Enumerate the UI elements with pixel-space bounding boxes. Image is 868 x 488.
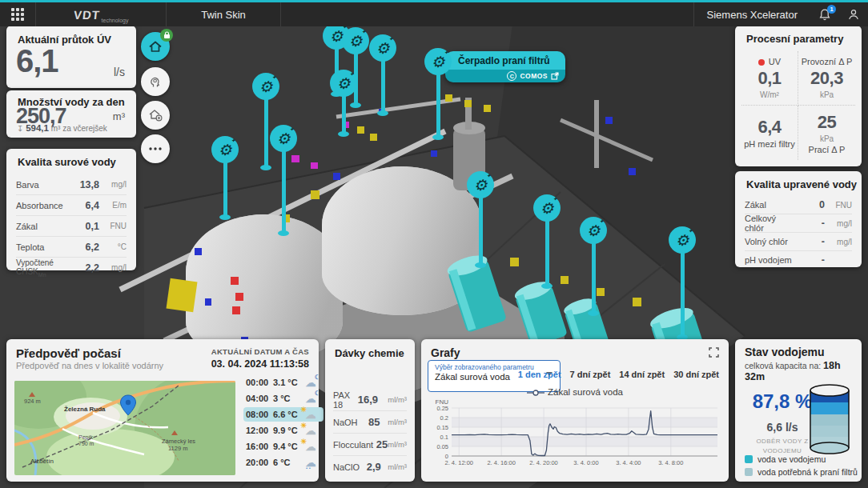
- uv-cell: UV 0,1 W/m²: [741, 51, 798, 106]
- gear-sparkle-icon: [342, 27, 369, 54]
- card-title: Předpověď počasí: [16, 346, 121, 360]
- daily-volume-card: Množství vody za den 250,7 m³ ↧ 594,1 m³…: [6, 90, 136, 138]
- app-launcher-button[interactable]: [0, 2, 36, 26]
- night-cloud-icon: [303, 393, 318, 405]
- user-menu-button[interactable]: [839, 2, 868, 26]
- svg-text:790 m: 790 m: [78, 441, 94, 446]
- more-options-button[interactable]: [141, 134, 170, 163]
- tooltip-title: Čerpadlo praní filtrů: [445, 51, 565, 70]
- table-row: Vypočtené CHSKMn2,2mg/l: [16, 257, 127, 278]
- card-subtitle: Předpověď na dnes v lokalitě vodárny: [16, 361, 163, 370]
- locked-badge: [160, 29, 173, 42]
- table-row: Barva13,8mg/l: [16, 174, 127, 194]
- charts-card: Grafy Výběr zobrazovaného parametru Záka…: [421, 339, 729, 482]
- gear-sparkle-icon: [424, 48, 452, 75]
- svg-text:0.05: 0.05: [436, 443, 448, 450]
- insights-button[interactable]: [141, 67, 170, 96]
- card-title: Kvalita surové vody: [18, 156, 116, 168]
- svg-text:3. 4. 4:00: 3. 4. 4:00: [616, 459, 641, 466]
- svg-text:Pepík: Pepík: [78, 434, 93, 441]
- turbidity-chart[interactable]: 00.050.10.150.20.252. 4. 12:002. 4. 16:0…: [426, 398, 724, 475]
- home-icon: [148, 40, 163, 54]
- ph-cell: 6,4 pH mezi filtry: [741, 106, 798, 160]
- table-row: Teplota6,2°C: [16, 236, 127, 257]
- night-cloud-icon: [303, 377, 318, 389]
- card-title: Stav vodojemu: [745, 346, 825, 358]
- dashboard-root: Čerpadlo praní filtrů C COMOS VDT techno…: [0, 0, 868, 488]
- reservoir-cylinder-icon: [806, 381, 854, 454]
- gear-sparkle-icon: [252, 73, 279, 100]
- gear-sparkle-icon: [211, 136, 239, 163]
- forecast-row[interactable]: 04:003 °C: [243, 391, 323, 406]
- add-view-button[interactable]: [141, 101, 170, 130]
- legend-item: voda ve vodojemu: [745, 454, 826, 464]
- ellipsis-icon: [149, 147, 162, 150]
- comos-link[interactable]: C COMOS: [445, 70, 565, 82]
- sun-cloud-icon: [303, 441, 318, 453]
- range-1d[interactable]: 1 den zpět: [518, 370, 561, 379]
- siemens-xcelerator-label: Siemens Xcelerator: [693, 2, 810, 26]
- table-row: NaClO2,9ml/m³: [333, 455, 407, 478]
- range-14d[interactable]: 14 dní zpět: [619, 370, 665, 379]
- svg-text:3. 4. 8:00: 3. 4. 8:00: [658, 459, 683, 466]
- card-title: Dávky chemie: [335, 347, 404, 359]
- table-row: NaOH85ml/m³: [333, 410, 407, 433]
- treated-water-quality-card: Kvalita upravené vody Zákal0FNU Celkový …: [735, 171, 862, 267]
- head-idea-icon: [148, 74, 163, 89]
- flow-value: 6,1: [16, 43, 58, 79]
- table-row: Zákal0,1FNU: [16, 215, 127, 236]
- legend-marker-icon: [527, 390, 545, 396]
- table-row: pH vodojem-: [745, 250, 852, 269]
- external-link-icon: [551, 72, 559, 80]
- vdt-logo[interactable]: VDT technology: [36, 2, 167, 26]
- table-row: Flocculant25ml/m³: [333, 433, 407, 455]
- yesterday-line: ↧ 594,1 m³ za včerejšek: [17, 123, 107, 133]
- notification-badge: 1: [827, 5, 836, 14]
- gear-sparkle-icon: [533, 194, 561, 222]
- forecast-row[interactable]: 00:003.1 °C: [243, 375, 323, 390]
- lock-icon: [163, 31, 171, 39]
- notifications-button[interactable]: 1: [810, 2, 839, 26]
- table-row: Absorbance6,4E/m: [16, 194, 127, 215]
- svg-text:924 m: 924 m: [24, 398, 41, 405]
- legend-item: voda potřebná k praní filtrů: [745, 467, 858, 477]
- chart-legend: Zákal surová voda: [421, 387, 729, 397]
- fullscreen-icon[interactable]: [709, 346, 719, 361]
- gear-sparkle-icon: [369, 34, 396, 62]
- legend-swatch: [745, 468, 753, 476]
- down-arrow-icon: ↧: [17, 124, 23, 133]
- time-range-links: 1 den zpět 7 dní zpět 14 dní zpět 30 dní…: [518, 370, 719, 379]
- forecast-row-active[interactable]: 08:006.6 °C: [243, 407, 323, 422]
- range-30d[interactable]: 30 dní zpět: [673, 370, 719, 379]
- process-parameters-card: Procesní parametry UV 0,1 W/m² Provozní …: [735, 26, 862, 166]
- capacity-line: celková kapacita na: 18h 32m: [745, 360, 862, 382]
- house-add-icon: [148, 108, 163, 122]
- gear-sparkle-icon: [467, 171, 494, 198]
- gear-sparkle-icon: [580, 217, 607, 244]
- flow-unit: l/s: [114, 66, 125, 78]
- svg-text:Alžbětín: Alžbětín: [30, 458, 54, 465]
- top-bar: VDT technology Twin Skin Siemens Xcelera…: [0, 0, 868, 26]
- wash-dp-cell: 25 kPa Prací Δ P: [798, 106, 855, 160]
- gear-sparkle-icon: [270, 125, 297, 152]
- table-row: Zákal0FNU: [745, 196, 852, 214]
- raw-water-quality-card: Kvalita surové vody Barva13,8mg/l Absorb…: [6, 149, 136, 270]
- home-view-button[interactable]: [141, 32, 170, 61]
- comos-logo-icon: C: [507, 71, 516, 81]
- operating-dp-cell: Provozní Δ P 20,3 kPa: [798, 51, 855, 106]
- person-icon: [847, 8, 860, 21]
- forecast-row[interactable]: 16:009.4 °C: [243, 439, 323, 454]
- reservoir-status-card: Stav vodojemu celková kapacita na: 18h 3…: [735, 339, 862, 482]
- svg-text:Železná Ruda: Železná Ruda: [64, 406, 106, 413]
- legend-swatch: [745, 455, 753, 463]
- chemical-doses-card: Dávky chemie PAX 1816,9ml/m³ NaOH85ml/m³…: [325, 339, 415, 482]
- table-row: Volný chlór-mg/l: [745, 232, 852, 250]
- range-7d[interactable]: 7 dní zpět: [570, 370, 611, 379]
- tab-twin-skin[interactable]: Twin Skin: [167, 2, 281, 26]
- forecast-row[interactable]: 20:006 °C: [243, 455, 323, 470]
- forecast-row[interactable]: 12:009.9 °C: [243, 423, 323, 438]
- location-map[interactable]: 924 m Železná Ruda Zámecký les 1129 m Pe…: [14, 381, 235, 475]
- svg-text:Zámecký les: Zámecký les: [162, 438, 195, 445]
- rain-cloud-icon: [303, 457, 318, 469]
- daily-unit: m³: [113, 110, 125, 122]
